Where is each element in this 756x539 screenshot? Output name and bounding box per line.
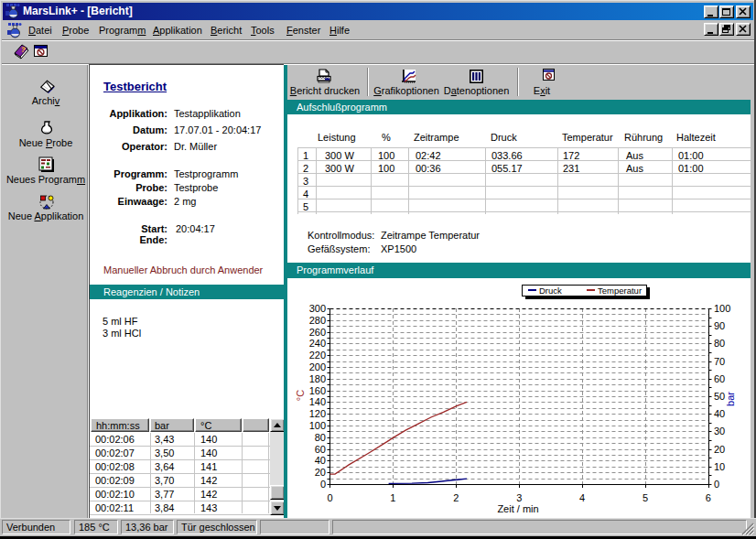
svg-text:bar: bar [725, 392, 736, 406]
svg-text:1: 1 [390, 492, 395, 503]
svg-text:220: 220 [309, 350, 326, 361]
svg-text:240: 240 [309, 338, 326, 349]
svg-text:80: 80 [714, 338, 725, 349]
svg-text:10: 10 [714, 461, 725, 472]
svg-text:160: 160 [309, 385, 326, 396]
svg-text:80: 80 [315, 432, 326, 443]
svg-text:100: 100 [309, 420, 326, 431]
svg-text:90: 90 [714, 320, 725, 331]
svg-text:300: 300 [309, 303, 326, 314]
svg-text:200: 200 [309, 361, 326, 372]
svg-text:70: 70 [714, 356, 725, 367]
svg-text:Temperatur: Temperatur [598, 286, 642, 296]
svg-text:180: 180 [309, 373, 326, 384]
svg-text:Druck: Druck [539, 286, 562, 296]
svg-text:60: 60 [315, 444, 326, 455]
svg-text:4: 4 [579, 492, 585, 503]
svg-text:260: 260 [309, 327, 326, 338]
svg-text:0: 0 [714, 479, 719, 490]
svg-text:0: 0 [320, 479, 326, 490]
svg-text:3: 3 [516, 492, 522, 503]
svg-text:5: 5 [643, 492, 648, 503]
svg-text:°C: °C [295, 390, 306, 401]
svg-text:140: 140 [309, 396, 326, 407]
svg-text:20: 20 [714, 444, 725, 455]
svg-text:60: 60 [714, 373, 725, 384]
svg-text:40: 40 [714, 408, 725, 419]
svg-text:100: 100 [714, 303, 730, 314]
svg-text:Zeit / min: Zeit / min [497, 503, 538, 514]
svg-text:2: 2 [453, 492, 459, 503]
svg-text:6: 6 [706, 492, 711, 503]
svg-text:50: 50 [714, 391, 725, 402]
svg-text:120: 120 [309, 408, 326, 419]
svg-text:0: 0 [327, 492, 332, 503]
svg-text:20: 20 [315, 467, 326, 478]
svg-text:40: 40 [315, 455, 326, 466]
svg-text:30: 30 [714, 426, 725, 437]
svg-text:280: 280 [309, 315, 326, 326]
